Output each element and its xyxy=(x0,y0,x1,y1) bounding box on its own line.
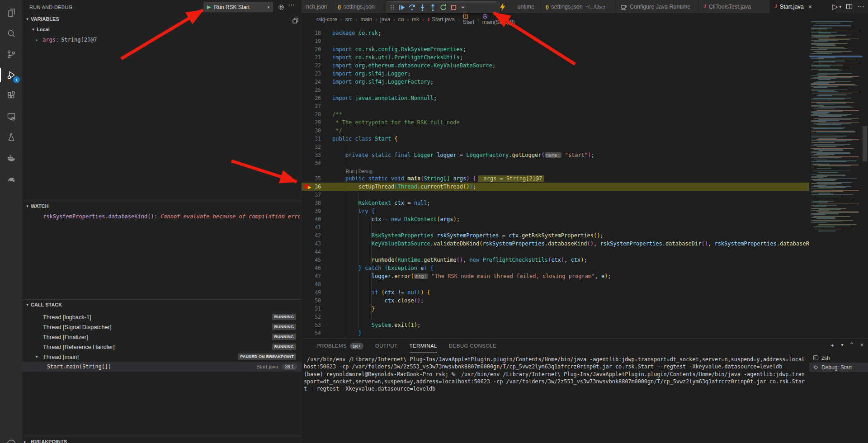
code-line[interactable]: 47 logger.error(msg: "The RSK node main … xyxy=(302,272,809,280)
code-line[interactable]: 23import org.slf4j.Logger; xyxy=(302,70,809,78)
code-line[interactable]: 34 xyxy=(302,159,809,167)
code-line[interactable]: 30 */ xyxy=(302,127,809,135)
editor-scrollbar[interactable] xyxy=(863,126,867,161)
code-line[interactable]: 37 xyxy=(302,191,809,199)
code-line[interactable]: 50 ctx.close(); xyxy=(302,297,809,305)
tab-start-java[interactable]: J Start.java × xyxy=(770,0,835,13)
breadcrumb-item[interactable]: rsk xyxy=(412,16,419,23)
terminal-entry-debug-start[interactable]: Debug: Start xyxy=(809,363,868,372)
chevron-down-icon[interactable]: ▾ xyxy=(841,341,843,349)
code-line[interactable]: 21import co.rsk.util.PreflightChecksUtil… xyxy=(302,53,809,61)
code-line[interactable]: 25 xyxy=(302,86,809,94)
run-and-debug-icon[interactable]: 1 xyxy=(0,66,22,84)
code-line[interactable]: 52 xyxy=(302,313,809,321)
code-line[interactable]: 19 xyxy=(302,37,809,45)
debug-console-panel-icon[interactable] xyxy=(292,17,299,24)
variable-row-args[interactable]: ▸ args: String[2]@7 xyxy=(36,37,97,43)
code-line[interactable]: 39 try { xyxy=(302,207,809,215)
code-line[interactable]: 20import co.rsk.config.RskSystemProperti… xyxy=(302,45,809,53)
call-stack-thread-row[interactable]: Thread [Reference Handler] RUNNING xyxy=(22,342,302,352)
close-panel-icon[interactable]: × xyxy=(860,341,863,349)
call-stack-section-header[interactable]: ▾ CALL STACK xyxy=(24,302,62,307)
views-more-actions-icon[interactable]: ⋯ xyxy=(288,1,295,9)
code-line[interactable]: 40 ctx = new RskContext(args); xyxy=(302,215,809,223)
code-line[interactable]: 31public class Start { xyxy=(302,135,809,143)
new-terminal-icon[interactable]: ＋ xyxy=(829,341,835,349)
step-into-icon[interactable] xyxy=(419,4,426,11)
code-line[interactable]: 32 xyxy=(302,143,809,151)
tab-settings-json[interactable]: {} settings.json xyxy=(333,0,392,13)
configure-launch-gear-icon[interactable] xyxy=(278,4,285,11)
code-editor[interactable]: 18package co.rsk;1920import co.rsk.confi… xyxy=(302,25,809,342)
tab-output[interactable]: OUTPUT xyxy=(375,339,398,353)
close-icon[interactable]: × xyxy=(808,3,812,10)
breakpoints-section-header[interactable]: ▸ BREAKPOINTS xyxy=(24,439,67,443)
code-line[interactable]: 49 if (ctx != null) { xyxy=(302,288,809,297)
run-java-button[interactable]: ▷▾ xyxy=(832,2,841,11)
code-line[interactable]: 28/** xyxy=(302,110,809,118)
terminal-output[interactable]: /usr/bin/env /Library/Internet\ Plug-Ins… xyxy=(304,356,808,392)
breadcrumb-class[interactable]: Start xyxy=(463,14,474,25)
code-line[interactable]: ▶36 setUpThread(Thread.currentThread()); xyxy=(302,183,809,191)
step-over-icon[interactable] xyxy=(408,4,416,11)
remote-explorer-icon[interactable] xyxy=(0,108,22,126)
code-line[interactable]: 24import org.slf4j.LoggerFactory; xyxy=(302,78,809,86)
variables-scope-local[interactable]: ▾ Local xyxy=(30,27,50,32)
call-stack-thread-row[interactable]: Thread [Signal Dispatcher] RUNNING xyxy=(22,322,302,332)
code-line[interactable]: 35 public static void main(String[] args… xyxy=(302,174,809,183)
tab-launch-json[interactable]: nch.json xyxy=(302,0,333,13)
testing-icon[interactable] xyxy=(0,128,22,146)
code-line[interactable]: 54 } xyxy=(302,329,809,337)
tab-problems[interactable]: PROBLEMS 1K+ xyxy=(316,339,363,353)
hot-code-replace-lightning-icon[interactable] xyxy=(499,2,507,11)
call-stack-thread-row[interactable]: ▾ Thread [main] PAUSED ON BREAKPOINT xyxy=(22,352,302,362)
continue-icon[interactable] xyxy=(398,4,406,11)
code-line[interactable]: 51 } xyxy=(302,305,809,313)
breadcrumb-method[interactable]: main(String[]) xyxy=(482,14,515,25)
code-line[interactable]: 33 private static final Logger logger = … xyxy=(302,151,809,159)
call-stack-thread-row[interactable]: Thread [logback-1] RUNNING xyxy=(22,312,302,322)
search-icon[interactable] xyxy=(0,24,22,42)
breadcrumb-file[interactable]: JStart.java xyxy=(427,16,455,23)
code-line[interactable]: 45 runNode(Runtime.getRuntime(), new Pre… xyxy=(302,256,809,264)
account-icon[interactable] xyxy=(0,435,22,443)
docker-icon[interactable] xyxy=(0,149,22,167)
watch-section-header[interactable]: ▾ WATCH xyxy=(24,203,49,209)
chevron-down-icon[interactable] xyxy=(460,5,466,10)
breadcrumb-item[interactable]: src xyxy=(345,16,353,23)
watch-expression-row[interactable]: rskSystemProperties.databaseKind(): Cann… xyxy=(43,213,300,220)
code-line[interactable]: 48 xyxy=(302,280,809,288)
tab-debug-console[interactable]: DEBUG CONSOLE xyxy=(449,339,497,353)
code-line[interactable]: 27 xyxy=(302,102,809,110)
tab-configure-java-runtime[interactable]: Configure Java Runtime xyxy=(616,0,699,13)
tab-terminal[interactable]: TERMINAL xyxy=(410,339,437,353)
code-line[interactable]: 41 xyxy=(302,223,809,231)
breadcrumb-item[interactable]: java xyxy=(380,16,390,23)
codelens-run-debug[interactable]: Run | Debug xyxy=(302,167,809,174)
code-line[interactable]: 18package co.rsk; xyxy=(302,29,809,37)
toolbar-drag-handle[interactable] xyxy=(389,4,395,11)
code-line[interactable]: 53 System.exit(1); xyxy=(302,321,809,329)
step-out-icon[interactable] xyxy=(429,4,437,11)
split-editor-icon[interactable] xyxy=(846,3,853,10)
code-line[interactable]: 29 * The entrypoint for the RSK full nod… xyxy=(302,118,809,127)
launch-config-dropdown[interactable]: ▶ Run RSK Start ▾ xyxy=(203,2,273,12)
restart-icon[interactable] xyxy=(439,4,447,11)
stop-icon[interactable] xyxy=(450,4,458,11)
code-line[interactable]: 43 KeyValueDataSource.validateDbKind(rsk… xyxy=(302,240,809,248)
terminal-entry-zsh[interactable]: zsh xyxy=(809,353,868,363)
variables-section-header[interactable]: ▾ VARIABLES xyxy=(24,16,59,22)
more-actions-icon[interactable]: ⋯ xyxy=(857,2,864,11)
call-stack-frame-row[interactable]: Start.main(String[]) Start.java 36:1 xyxy=(22,362,302,372)
breadcrumb-item[interactable]: co xyxy=(398,16,404,23)
source-control-icon[interactable] xyxy=(0,45,22,63)
extensions-icon[interactable] xyxy=(0,87,22,105)
tab-clitoolstest-java[interactable]: J CliToolsTest.java xyxy=(699,0,770,13)
code-line[interactable]: 44 xyxy=(302,248,809,256)
code-line[interactable]: 42 RskSystemProperties rskSystemProperti… xyxy=(302,231,809,240)
code-line[interactable]: 22import org.ethereum.datasource.KeyValu… xyxy=(302,61,809,70)
code-line[interactable]: 26import javax.annotation.Nonnull; xyxy=(302,94,809,102)
minimap[interactable] xyxy=(809,14,863,330)
code-line[interactable]: 46 } catch (Exception e) { xyxy=(302,264,809,272)
call-stack-thread-row[interactable]: Thread [Finalizer] RUNNING xyxy=(22,332,302,342)
